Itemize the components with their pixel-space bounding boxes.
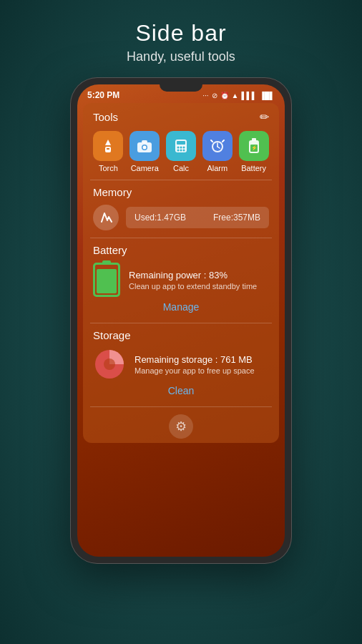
storage-info-row: Remaining storage : 761 MB Manage your a… bbox=[93, 348, 269, 381]
alarm-label: Alarm bbox=[207, 164, 228, 172]
page-title: Side bar bbox=[127, 20, 235, 47]
tools-grid: Torch Camera Calc bbox=[83, 128, 279, 180]
page-header: Side bar Handy, useful tools bbox=[127, 0, 235, 77]
svg-point-14 bbox=[182, 150, 185, 152]
gear-icon: ⚙ bbox=[175, 419, 187, 434]
storage-amount: Remaining storage : 761 MB bbox=[134, 354, 269, 365]
svg-rect-2 bbox=[107, 148, 109, 150]
battery-status-icon: ▐█▌ bbox=[260, 92, 275, 99]
page-subtitle: Handy, useful tools bbox=[127, 49, 235, 64]
svg-point-10 bbox=[180, 147, 182, 149]
alarm-icon: ⏰ bbox=[220, 92, 229, 99]
sidebar-panel: Tools ✏ Torch Camera bbox=[83, 103, 279, 443]
notification-icon: ⊘ bbox=[212, 92, 217, 99]
memory-row: Used:1.47GB Free:357MB bbox=[93, 205, 269, 230]
svg-rect-6 bbox=[142, 140, 147, 143]
svg-line-19 bbox=[211, 140, 212, 142]
battery-text-info: Remaining power : 83% Clean up app to ex… bbox=[129, 270, 269, 291]
battery-fill bbox=[97, 269, 117, 293]
camera-icon-wrap bbox=[129, 131, 160, 161]
notch bbox=[160, 84, 202, 92]
battery-hint: Clean up app to extend standby time bbox=[129, 282, 269, 291]
tool-torch[interactable]: Torch bbox=[93, 131, 123, 172]
svg-point-11 bbox=[182, 147, 185, 149]
gear-btn[interactable]: ⚙ bbox=[169, 414, 193, 439]
dots-icon: ··· bbox=[202, 92, 208, 99]
storage-hint: Manage your app to free up space bbox=[134, 366, 269, 375]
torch-icon-wrap bbox=[93, 131, 123, 161]
phone-screen: 5:20 PM ··· ⊘ ⏰ ▲ ▌▌▌ ▐█▌ Tools ✏ bbox=[77, 84, 285, 557]
memory-used: Used:1.47GB bbox=[134, 213, 186, 223]
battery-icon-large bbox=[93, 263, 120, 297]
battery-power: Remaining power : 83% bbox=[129, 270, 269, 280]
battery-section: Battery Remaining power : 83% Clean up a… bbox=[83, 238, 279, 323]
status-icons: ··· ⊘ ⏰ ▲ ▌▌▌ ▐█▌ bbox=[202, 92, 275, 99]
memory-section: Memory Used:1.47GB Free:357MB bbox=[83, 180, 279, 238]
svg-point-26 bbox=[104, 358, 115, 370]
tools-section: Tools ✏ Torch Camera bbox=[83, 103, 279, 180]
svg-point-13 bbox=[180, 150, 182, 152]
edit-icon[interactable]: ✏ bbox=[260, 110, 269, 124]
camera-label: Camera bbox=[131, 164, 159, 172]
svg-point-5 bbox=[143, 146, 147, 150]
battery-tool-icon-wrap: ⚡ bbox=[239, 131, 269, 161]
calc-label: Calc bbox=[173, 164, 189, 172]
svg-marker-1 bbox=[105, 140, 111, 145]
svg-rect-22 bbox=[252, 138, 256, 141]
status-time: 5:20 PM bbox=[87, 90, 119, 100]
tool-battery[interactable]: ⚡ Battery bbox=[239, 131, 269, 172]
storage-text-info: Remaining storage : 761 MB Manage your a… bbox=[134, 354, 269, 375]
tools-title: Tools bbox=[93, 111, 118, 123]
tool-calc[interactable]: Calc bbox=[166, 131, 196, 172]
svg-rect-8 bbox=[177, 141, 185, 145]
wifi-icon: ▲ bbox=[232, 92, 239, 99]
calc-icon-wrap bbox=[166, 131, 196, 161]
storage-title: Storage bbox=[93, 329, 131, 341]
clean-btn[interactable]: Clean bbox=[93, 381, 269, 402]
battery-title: Battery bbox=[93, 244, 127, 256]
tool-camera[interactable]: Camera bbox=[129, 131, 160, 172]
svg-point-12 bbox=[177, 150, 179, 152]
phone-container: 5:20 PM ··· ⊘ ⏰ ▲ ▌▌▌ ▐█▌ Tools ✏ bbox=[70, 77, 292, 564]
memory-clean-btn[interactable] bbox=[93, 205, 119, 230]
memory-title: Memory bbox=[93, 186, 132, 198]
tools-header: Tools ✏ bbox=[83, 103, 279, 128]
storage-section: Storage Remaining storage : 761 MB Manag… bbox=[83, 323, 279, 406]
bottom-bar: ⚙ bbox=[83, 407, 279, 443]
svg-line-20 bbox=[222, 140, 224, 142]
signal-icon: ▌▌▌ bbox=[241, 92, 256, 99]
tool-alarm[interactable]: Alarm bbox=[202, 131, 233, 172]
battery-info-row: Remaining power : 83% Clean up app to ex… bbox=[93, 263, 269, 297]
memory-bar: Used:1.47GB Free:357MB bbox=[126, 207, 269, 228]
battery-tool-label: Battery bbox=[241, 164, 266, 172]
torch-label: Torch bbox=[99, 164, 118, 172]
memory-free: Free:357MB bbox=[213, 213, 260, 223]
alarm-icon-wrap bbox=[202, 131, 233, 161]
svg-text:⚡: ⚡ bbox=[250, 145, 257, 151]
storage-pie bbox=[93, 348, 126, 381]
svg-point-9 bbox=[177, 147, 179, 149]
manage-btn[interactable]: Manage bbox=[93, 297, 269, 318]
